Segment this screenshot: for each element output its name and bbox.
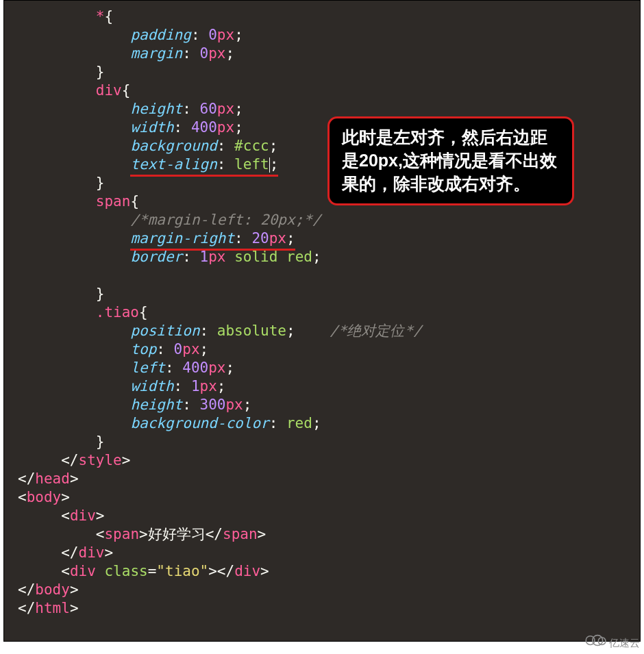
code-line: /*margin-left: 20px;*/ [4,211,640,229]
code-line: </div> [4,544,640,562]
code-line: </html> [4,599,640,618]
selector-span: span [96,193,131,210]
code-line: <div class="tiao"></div> [4,562,640,581]
svg-point-1 [593,636,603,646]
code-line [4,266,640,285]
code-line: } [4,433,640,451]
watermark: 亿速云 [583,633,640,652]
selector-div: div [96,82,122,99]
watermark-label: 亿速云 [609,633,640,652]
code-line: height: 60px; [4,100,640,118]
code-line: <span>好好学习</span> [4,525,640,544]
code-line: .tiao{ [4,303,640,322]
selector-star: * [96,8,105,25]
code-line: height: 300px; [4,396,640,414]
code-line: position: absolute; /*绝对定位*/ [4,322,640,340]
code-line: } [4,285,640,303]
code-line: width: 1px; [4,377,640,396]
code-line: border: 1px solid red; [4,248,640,266]
comment-line: /*margin-left: 20px;*/ [130,212,321,228]
annotation-callout: 此时是左对齐，然后右边距是20px,这种情况是看不出效果的，除非改成右对齐。 [327,116,574,205]
selector-tiao: .tiao [96,304,139,320]
comment-absolute: /*绝对定位*/ [330,323,422,339]
code-line: margin: 0px; [4,45,640,63]
code-line: <body> [4,488,640,507]
code-line: left: 400px; [4,359,640,377]
code-line: *{ [4,8,640,26]
code-line: } [4,63,640,81]
underline-text-align: text-align: left; [130,155,278,174]
cloud-icon [583,633,606,652]
annotation-text: 此时是左对齐，然后右边距是20px,这种情况是看不出效果的，除非改成右对齐。 [342,127,557,193]
code-line: div{ [4,81,640,100]
code-line: <div> [4,507,640,525]
code-line: padding: 0px; [4,26,640,45]
code-line: </head> [4,470,640,488]
code-line: background-color: red; [4,414,640,433]
code-line: margin-right: 20px; [4,229,640,248]
code-line: top: 0px; [4,340,640,359]
code-editor: *{ padding: 0px; margin: 0px; } div{ hei… [3,0,641,642]
underline-margin-right: margin-right: 20px; [130,229,295,248]
code-line: </style> [4,451,640,470]
span-text-content: 好好学习 [148,526,206,542]
code-line: </body> [4,581,640,599]
